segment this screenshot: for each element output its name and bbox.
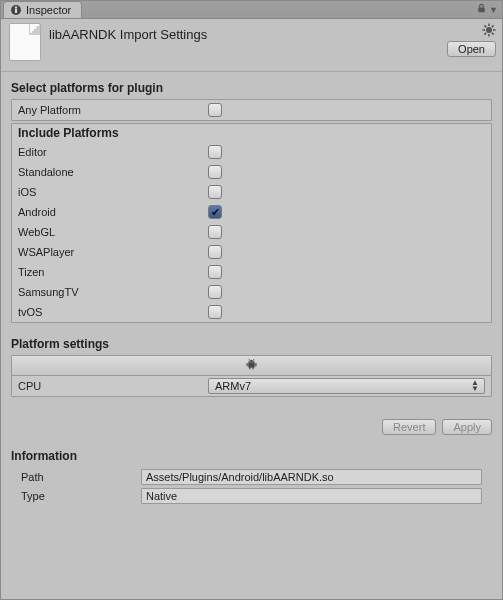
tab-bar-controls: ▼ [476,3,498,16]
platform-checkbox-samsungtv[interactable] [208,285,222,299]
svg-line-17 [253,358,254,359]
android-icon [245,358,258,374]
platform-row-tizen: Tizen [12,262,491,282]
open-button[interactable]: Open [447,41,496,57]
svg-line-9 [484,25,486,27]
platform-checkbox-standalone[interactable] [208,165,222,179]
platform-checkbox-tvos[interactable] [208,305,222,319]
platform-row-ios: iOS [12,182,491,202]
cpu-label: CPU [18,380,208,392]
info-type-label: Type [21,490,141,502]
actions-row: Revert Apply [1,409,502,449]
platform-row-standalone: Standalone [12,162,491,182]
svg-point-4 [486,27,492,33]
svg-rect-19 [255,362,256,366]
any-platform-label: Any Platform [18,104,208,116]
cpu-row: CPU ARMv7 ▲▼ [12,376,491,396]
platform-label: WebGL [18,226,208,238]
platform-row-tvos: tvOS [12,302,491,322]
platform-checkbox-wsaplayer[interactable] [208,245,222,259]
any-platform-row: Any Platform [12,100,491,120]
platform-checkbox-webgl[interactable] [208,225,222,239]
platform-tab-android[interactable] [12,356,491,376]
svg-rect-2 [15,7,17,9]
revert-button[interactable]: Revert [382,419,436,435]
platform-label: tvOS [18,306,208,318]
info-icon [10,4,22,16]
lock-icon[interactable] [476,3,487,16]
information-section: Information Path Assets/Plugins/Android/… [1,449,502,515]
platform-settings-box: CPU ARMv7 ▲▼ [11,355,492,397]
platform-checkbox-ios[interactable] [208,185,222,199]
svg-rect-13 [248,362,255,367]
tab-label: Inspector [26,4,71,16]
svg-rect-18 [246,362,247,366]
svg-rect-20 [249,367,250,369]
gear-icon[interactable] [482,23,496,37]
platform-label: iOS [18,186,208,198]
platform-checkbox-android[interactable]: ✔ [208,205,222,219]
svg-rect-3 [478,8,484,13]
svg-point-15 [253,360,254,361]
platform-checkbox-editor[interactable] [208,145,222,159]
svg-point-14 [249,360,250,361]
information-heading: Information [11,449,492,463]
tab-inspector[interactable]: Inspector [3,1,82,18]
platform-label: SamsungTV [18,286,208,298]
platform-label: Android [18,206,208,218]
platform-row-wsaplayer: WSAPlayer [12,242,491,262]
platform-label: WSAPlayer [18,246,208,258]
page-title: libAARNDK Import Settings [49,23,207,42]
platform-row-samsungtv: SamsungTV [12,282,491,302]
platforms-heading: Select platforms for plugin [11,81,492,95]
info-path-field: Assets/Plugins/Android/libAARNDK.so [141,469,482,485]
platform-checkbox-tizen[interactable] [208,265,222,279]
svg-rect-21 [252,367,253,369]
updown-icon: ▲▼ [471,380,478,392]
platform-row-webgl: WebGL [12,222,491,242]
include-platforms-heading: Include Platforms [12,124,491,142]
any-platform-checkbox[interactable] [208,103,222,117]
info-type-row: Type Native [11,486,492,505]
svg-line-10 [492,33,494,35]
header: libAARNDK Import Settings Open [1,19,502,71]
apply-button[interactable]: Apply [442,419,492,435]
platforms-section: Select platforms for plugin Any Platform… [1,73,502,335]
any-platform-box: Any Platform [11,99,492,121]
svg-line-12 [484,33,486,35]
svg-rect-1 [15,9,17,13]
platform-settings-section: Platform settings CPU ARMv7 ▲▼ [1,335,502,409]
platform-row-android: Android✔ [12,202,491,222]
platform-label: Tizen [18,266,208,278]
platform-label: Standalone [18,166,208,178]
info-path-row: Path Assets/Plugins/Android/libAARNDK.so [11,467,492,486]
include-platforms-box: Include Platforms EditorStandaloneiOSAnd… [11,123,492,323]
platform-label: Editor [18,146,208,158]
platform-settings-heading: Platform settings [11,337,492,351]
cpu-dropdown[interactable]: ARMv7 ▲▼ [208,378,485,394]
info-path-label: Path [21,471,141,483]
tab-bar: Inspector ▼ [1,1,502,19]
info-type-field: Native [141,488,482,504]
inspector-panel: Inspector ▼ libAARNDK Import Settings Op… [0,0,503,600]
cpu-value: ARMv7 [215,380,251,392]
tab-menu-icon[interactable]: ▼ [489,5,498,15]
file-icon [9,23,41,61]
svg-line-16 [249,358,250,359]
platform-row-editor: Editor [12,142,491,162]
svg-line-11 [492,25,494,27]
